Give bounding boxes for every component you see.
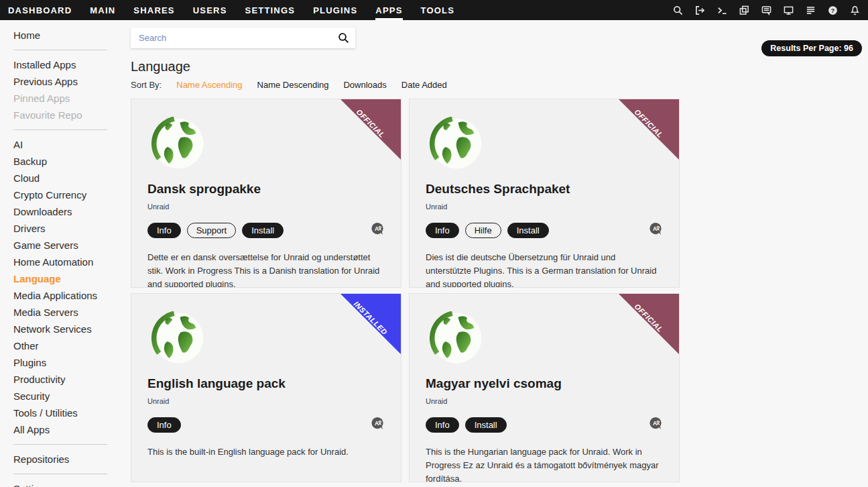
sidebar-item-ai[interactable]: AI (13, 136, 124, 153)
sidebar-item-productivity[interactable]: Productivity (13, 371, 124, 388)
search-submit-icon[interactable] (338, 32, 349, 46)
sort-bar: Sort By: Name Ascending Name Descending … (131, 80, 868, 90)
display-icon[interactable] (784, 5, 794, 15)
support-button[interactable]: Support (187, 223, 237, 238)
ribbon-label: OFFICIAL (339, 99, 401, 155)
sidebar-item-other[interactable]: Other (13, 337, 124, 354)
sidebar-item-pinned-apps: Pinned Apps (13, 90, 124, 107)
log-icon[interactable] (806, 5, 816, 15)
app-author: Unraid (147, 397, 385, 405)
app-title[interactable]: Deutsches Sprachpaket (426, 182, 663, 197)
nav-item-apps[interactable]: APPS (375, 0, 402, 20)
sidebar-item-security[interactable]: Security (13, 388, 124, 404)
sign-out-icon[interactable] (695, 5, 705, 15)
sidebar-item-language[interactable]: Language (13, 270, 124, 287)
translate-icon[interactable]: A (371, 222, 385, 239)
sidebar-item-cloud[interactable]: Cloud (13, 170, 124, 186)
app-author: Unraid (426, 203, 663, 211)
sidebar-item-installed-apps[interactable]: Installed Apps (13, 56, 124, 73)
svg-text:A: A (375, 420, 379, 427)
sidebar-item-media-servers[interactable]: Media Servers (13, 304, 124, 321)
sidebar-item-plugins[interactable]: Plugins (13, 354, 124, 371)
app-card: OFFICIAL Dansk sprogpakke Unraid Info (131, 99, 401, 288)
globe-icon[interactable] (151, 117, 205, 170)
sidebar-item-media-applications[interactable]: Media Applications (13, 287, 124, 304)
globe-icon[interactable] (430, 117, 483, 170)
globe-icon[interactable] (430, 311, 483, 365)
ribbon-label: OFFICIAL (617, 99, 680, 155)
sidebar-item-favourite-repo: Favourite Repo (13, 107, 124, 123)
official-ribbon: OFFICIAL (619, 294, 679, 354)
sidebar-item-home-automation[interactable]: Home Automation (13, 254, 124, 270)
sidebar-item-previous-apps[interactable]: Previous Apps (13, 73, 124, 90)
terminal-icon[interactable] (717, 5, 727, 15)
main-content: Results Per Page: 96 Language Sort By: N… (124, 20, 868, 487)
support-button[interactable]: Hilfe (465, 223, 501, 238)
ribbon-label: OFFICIAL (617, 293, 680, 349)
sort-downloads[interactable]: Downloads (343, 80, 386, 90)
page-title: Language (131, 59, 868, 74)
sidebar-item-home[interactable]: Home (13, 27, 124, 44)
sidebar-item-network-services[interactable]: Network Services (13, 321, 124, 337)
translate-icon[interactable]: A (371, 417, 385, 433)
info-button[interactable]: Info (147, 417, 181, 433)
chat-icon[interactable] (761, 5, 771, 15)
app-card: INSTALLED English language pack Unraid I… (131, 293, 401, 482)
results-per-page-badge[interactable]: Results Per Page: 96 (761, 40, 862, 56)
nav-item-main[interactable]: MAIN (90, 0, 115, 20)
sort-date-added[interactable]: Date Added (401, 80, 447, 90)
sidebar-item-tools-utilities[interactable]: Tools / Utilities (13, 404, 124, 421)
top-nav: DASHBOARD MAIN SHARES USERS SETTINGS PLU… (0, 0, 868, 20)
app-grid: OFFICIAL Dansk sprogpakke Unraid Info (131, 99, 868, 482)
nav-item-plugins[interactable]: PLUGINS (313, 0, 357, 20)
app-title[interactable]: Dansk sprogpakke (147, 182, 385, 197)
nav-item-shares[interactable]: SHARES (133, 0, 174, 20)
ribbon-label: INSTALLED (339, 293, 401, 349)
sort-by-label: Sort By: (131, 80, 162, 90)
sidebar-item-backup[interactable]: Backup (13, 153, 124, 170)
sidebar-item-game-servers[interactable]: Game Servers (13, 237, 124, 254)
copy-icon[interactable] (739, 5, 749, 15)
app-title[interactable]: Magyar nyelvi csomag (426, 376, 663, 391)
sidebar-divider (13, 129, 107, 130)
search-box (131, 28, 355, 48)
nav-menu: DASHBOARD MAIN SHARES USERS SETTINGS PLU… (8, 0, 454, 20)
install-button[interactable]: Install (465, 417, 507, 433)
nav-item-settings[interactable]: SETTINGS (245, 0, 296, 20)
app-title[interactable]: English language pack (147, 376, 385, 391)
sidebar-item-downloaders[interactable]: Downloaders (13, 203, 124, 220)
sidebar-item-repositories[interactable]: Repositories (13, 451, 124, 468)
info-button[interactable]: Info (426, 417, 459, 433)
app-description: This is the Hungarian language pack for … (426, 445, 663, 482)
globe-icon[interactable] (151, 311, 205, 365)
install-button[interactable]: Install (507, 223, 549, 238)
nav-item-dashboard[interactable]: DASHBOARD (8, 0, 72, 20)
sort-name-descending[interactable]: Name Descending (257, 80, 329, 90)
nav-item-tools[interactable]: TOOLS (421, 0, 455, 20)
install-button[interactable]: Install (242, 223, 284, 238)
translate-icon[interactable]: A (649, 417, 663, 433)
svg-text:?: ? (831, 7, 834, 13)
help-icon[interactable]: ? (828, 5, 838, 15)
sidebar-item-crypto-currency[interactable]: Crypto Currency (13, 186, 124, 203)
app-description: Dies ist die deutsche Übersetzung für Un… (426, 251, 663, 288)
app-author: Unraid (147, 203, 385, 211)
app-author: Unraid (426, 397, 663, 405)
translate-icon[interactable]: A (649, 222, 663, 239)
svg-text:A: A (653, 420, 657, 427)
sort-name-ascending[interactable]: Name Ascending (176, 80, 242, 90)
info-button[interactable]: Info (426, 223, 459, 238)
bell-icon[interactable] (850, 5, 860, 15)
nav-icon-bar: ? (673, 0, 860, 20)
sidebar-item-drivers[interactable]: Drivers (13, 220, 124, 237)
app-card: OFFICIAL Magyar nyelvi csomag Unraid Inf… (409, 293, 680, 482)
info-button[interactable]: Info (147, 223, 181, 238)
nav-item-users[interactable]: USERS (193, 0, 227, 20)
search-icon[interactable] (673, 5, 683, 15)
search-input[interactable] (131, 28, 355, 48)
svg-text:A: A (375, 225, 379, 232)
sidebar-item-all-apps[interactable]: All Apps (13, 421, 124, 438)
sidebar-item-settings[interactable]: Settings (13, 480, 124, 487)
sidebar-divider (13, 474, 107, 474)
app-description: Dette er en dansk oversættelse for Unrai… (147, 251, 385, 288)
